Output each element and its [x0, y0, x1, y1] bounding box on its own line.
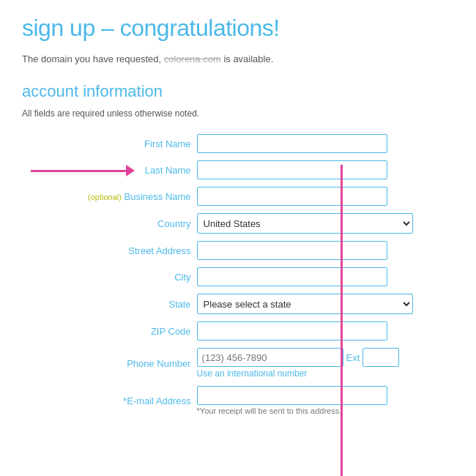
state-row: State Please select a state Alabama Alas… — [22, 290, 454, 318]
city-label: City — [22, 264, 194, 290]
business-name-row: (optional) Business Name — [22, 183, 454, 209]
domain-name: colorena.com — [164, 53, 221, 64]
street-address-input[interactable] — [197, 241, 387, 260]
zip-code-label: ZIP Code — [22, 318, 194, 344]
phone-number-row: Phone Number Ext Use an international nu… — [22, 344, 454, 382]
city-row: City — [22, 264, 454, 290]
phone-number-label: Phone Number — [22, 344, 194, 382]
last-name-label: Last Name — [22, 157, 194, 183]
form-table: First Name Last Name (optional) Business… — [22, 130, 454, 419]
receipt-note: *Your receipt will be sent to this addre… — [197, 405, 451, 415]
business-name-label: (optional) Business Name — [22, 183, 194, 209]
domain-notice: The domain you have requested, colorena.… — [22, 53, 454, 64]
zip-code-input[interactable] — [197, 321, 387, 341]
form-wrapper: First Name Last Name (optional) Business… — [22, 130, 454, 419]
last-name-row: Last Name — [22, 157, 454, 183]
city-input-cell — [194, 264, 454, 290]
email-row: *E-mail Address *Your receipt will be se… — [22, 382, 454, 419]
business-name-input-cell — [194, 183, 454, 209]
domain-notice-suffix: is available. — [223, 53, 273, 64]
city-input[interactable] — [197, 267, 387, 286]
street-address-input-cell — [194, 237, 454, 264]
domain-notice-prefix: The domain you have requested, — [22, 53, 161, 64]
page-title: sign up – congratulations! — [22, 15, 454, 42]
state-label: State — [22, 290, 194, 318]
zip-code-input-cell — [194, 318, 454, 344]
phone-number-input-cell: Ext Use an international number — [194, 344, 454, 382]
email-input-cell: *Your receipt will be sent to this addre… — [194, 382, 454, 419]
section-title: account information — [22, 82, 454, 101]
state-select[interactable]: Please select a state Alabama Alaska Ari… — [197, 294, 413, 314]
country-select-cell: United States Canada United Kingdom — [194, 209, 454, 237]
ext-label: Ext — [343, 352, 363, 363]
optional-label: (optional) — [88, 193, 122, 201]
business-name-input[interactable] — [197, 187, 387, 206]
email-label: *E-mail Address — [22, 382, 194, 419]
ext-input[interactable] — [362, 348, 399, 367]
first-name-row: First Name — [22, 130, 454, 157]
state-select-cell: Please select a state Alabama Alaska Ari… — [194, 290, 454, 318]
first-name-input-cell — [194, 130, 454, 157]
email-input[interactable] — [197, 386, 387, 405]
phone-number-input[interactable] — [197, 348, 343, 367]
last-name-input-cell — [194, 157, 454, 183]
zip-code-row: ZIP Code — [22, 318, 454, 344]
phone-input-group: Ext — [197, 348, 451, 367]
first-name-label: First Name — [22, 130, 194, 157]
country-label: Country — [22, 209, 194, 237]
street-address-label: Street Address — [22, 237, 194, 264]
required-note: All fields are required unless otherwise… — [22, 108, 454, 119]
last-name-input[interactable] — [197, 160, 387, 179]
international-number-link[interactable]: Use an international number — [197, 367, 451, 379]
first-name-input[interactable] — [197, 134, 387, 153]
country-select[interactable]: United States Canada United Kingdom — [197, 213, 413, 234]
country-row: Country United States Canada United King… — [22, 209, 454, 237]
street-address-row: Street Address — [22, 237, 454, 264]
business-name-text: Business Name — [124, 191, 191, 202]
